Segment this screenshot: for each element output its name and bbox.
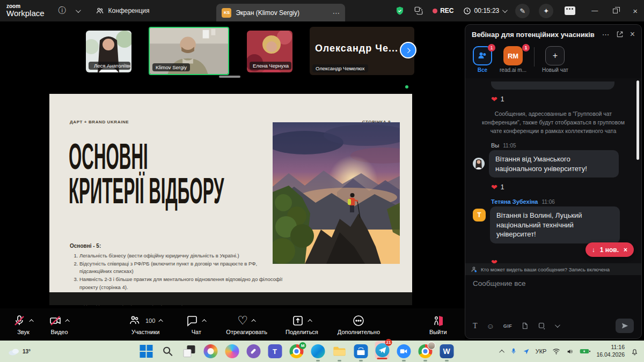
rec-indicator: REC: [433, 7, 453, 14]
message-author: Тетяна Зубехіна: [491, 198, 538, 205]
chat-tab-readai[interactable]: RM 1 read.ai m...: [500, 46, 526, 73]
attach-file-icon[interactable]: [521, 322, 529, 330]
tab-more-icon[interactable]: ⋯: [332, 9, 340, 17]
annotate-button[interactable]: ✎: [515, 4, 530, 18]
chevron-up-icon[interactable]: [29, 319, 33, 323]
participant-tile-elena[interactable]: Елена Чернуха: [247, 31, 292, 72]
chevron-up-icon[interactable]: [202, 319, 207, 323]
participants-button[interactable]: 100 Участники: [128, 314, 163, 335]
chat-tab-all[interactable]: 1 Все: [473, 46, 492, 73]
maximize-button[interactable]: [613, 9, 618, 13]
chat-scrollbar[interactable]: [636, 80, 639, 160]
weather-widget[interactable]: 13°: [8, 346, 31, 356]
popout-icon[interactable]: [616, 31, 624, 38]
chevron-up-icon[interactable]: [308, 319, 312, 323]
tray-location-icon[interactable]: [523, 348, 530, 355]
participant-tile-oleksandr[interactable]: Олександр Че... Олександр Чемелюх: [310, 27, 414, 75]
participants-button-label: Участники: [131, 329, 160, 335]
privacy-bar: Кто может видеть ваши сообщения? Запись …: [465, 263, 641, 275]
apps-button[interactable]: [562, 4, 577, 18]
tab-conference[interactable]: Конференция: [96, 6, 150, 15]
message-bubble[interactable]: Вітання від Уманського національного уні…: [489, 150, 619, 178]
chat-more-icon[interactable]: ⋯: [602, 30, 610, 39]
viber-app[interactable]: [246, 344, 261, 359]
layout-icon[interactable]: [414, 6, 423, 16]
emoji-icon[interactable]: ☺: [487, 322, 494, 330]
plus-icon: +: [553, 51, 558, 61]
battery-icon[interactable]: [580, 348, 590, 354]
tabs-divider: [534, 47, 535, 67]
reaction-pill[interactable]: ❤ 1: [491, 95, 634, 104]
notification-bell-icon[interactable]: [631, 348, 639, 356]
chat-message: T Вітання із Волині, Луцький національни…: [473, 206, 634, 243]
audio-button[interactable]: Звук: [13, 314, 34, 335]
start-button[interactable]: [139, 344, 153, 359]
chevron-up-icon[interactable]: [159, 319, 163, 323]
mic-muted-icon: [13, 314, 26, 327]
send-button[interactable]: [616, 319, 634, 333]
cloud-icon: [8, 346, 20, 356]
chat-message: Вітання від Уманського національного уні…: [473, 150, 634, 178]
strip-drag-handle[interactable]: [219, 76, 240, 78]
more-button[interactable]: Дополнительно: [338, 314, 380, 335]
slide-title-line2: КРИТЕРІЇ ВІДБОРУ: [69, 173, 224, 208]
chevron-down-icon[interactable]: [76, 8, 81, 13]
profile-avatar: [428, 342, 436, 350]
tray-mic-icon[interactable]: [510, 348, 517, 355]
ai-companion-button[interactable]: ✦: [539, 4, 553, 18]
zoom-workplace-logo: zoom Workplace: [6, 4, 45, 18]
shield-check-icon[interactable]: [395, 6, 405, 16]
tab-screen-share[interactable]: KS Экран (Klimov Sergiy) ⋯: [216, 4, 345, 21]
wifi-icon[interactable]: [552, 348, 560, 354]
chrome-profile2-app[interactable]: [418, 344, 433, 359]
reaction-pill[interactable]: ❤ 1: [491, 183, 634, 191]
slide-photo-hiker: [273, 122, 400, 264]
gif-icon[interactable]: GIF: [503, 323, 513, 329]
message-bubble[interactable]: Вітання із Волині, Луцький національний …: [490, 206, 620, 243]
format-text-icon[interactable]: T: [473, 322, 478, 330]
edge-app[interactable]: [311, 344, 325, 359]
search-button[interactable]: [160, 344, 175, 359]
word-app[interactable]: W: [440, 344, 454, 359]
teams-app[interactable]: T: [268, 344, 282, 359]
message-author-row: Тетяна Зубехіна 11:06: [491, 198, 634, 205]
tray-clock[interactable]: 11:16 16.04.2026: [596, 344, 625, 358]
chevron-up-icon[interactable]: [65, 319, 69, 323]
slide-list-item: Відсутність співпраці з РФ/РБ (включити …: [79, 260, 285, 276]
minimize-button[interactable]: —: [591, 7, 598, 14]
chat-messages[interactable]: ❤ 1 Сообщения, адресованные в "Групповой…: [465, 78, 641, 263]
tray-expand-icon[interactable]: [499, 349, 504, 354]
react-button[interactable]: ♡ Отреагировать: [226, 314, 267, 335]
participant-tile-klimov[interactable]: Klimov Sergiy: [149, 27, 229, 75]
chrome-profile1-app[interactable]: M: [289, 344, 304, 359]
chat-tab-new[interactable]: + Новый чат: [542, 46, 568, 73]
taskview-button[interactable]: [182, 344, 196, 359]
share-button[interactable]: Поделиться: [286, 314, 318, 335]
chevron-down-icon[interactable]: [555, 322, 560, 328]
meeting-timer[interactable]: 00:15:23: [463, 7, 507, 15]
explorer-app[interactable]: [332, 344, 347, 359]
dismiss-icon[interactable]: ×: [624, 246, 627, 254]
language-indicator[interactable]: УКР: [536, 348, 547, 354]
chevron-up-icon[interactable]: [251, 319, 255, 323]
zoom-app[interactable]: [397, 344, 411, 359]
next-participants-button[interactable]: [400, 42, 416, 58]
volume-icon[interactable]: [566, 348, 574, 355]
video-button[interactable]: Видео: [49, 314, 70, 335]
message-input[interactable]: [473, 279, 634, 309]
telegram-app[interactable]: 21: [375, 344, 390, 359]
screenshot-icon[interactable]: [538, 322, 546, 330]
taskbar-icons: T M 21 W: [139, 344, 454, 359]
zoom-icon: [397, 344, 411, 358]
close-button[interactable]: ×: [633, 6, 638, 16]
chat-close-icon[interactable]: ×: [630, 29, 635, 39]
participant-tile-lesya[interactable]: Леся Анатоліївна Сла...: [86, 31, 131, 72]
paint-app[interactable]: [203, 344, 218, 359]
store-app[interactable]: [354, 344, 368, 359]
leave-button[interactable]: Выйти: [429, 314, 447, 335]
copilot-app[interactable]: [225, 344, 239, 359]
info-icon[interactable]: ⓘ: [58, 6, 66, 16]
avatar: T: [473, 209, 486, 221]
chat-button[interactable]: Чат: [186, 314, 207, 335]
new-messages-pill[interactable]: ↓ 1 нов. ×: [586, 242, 634, 257]
